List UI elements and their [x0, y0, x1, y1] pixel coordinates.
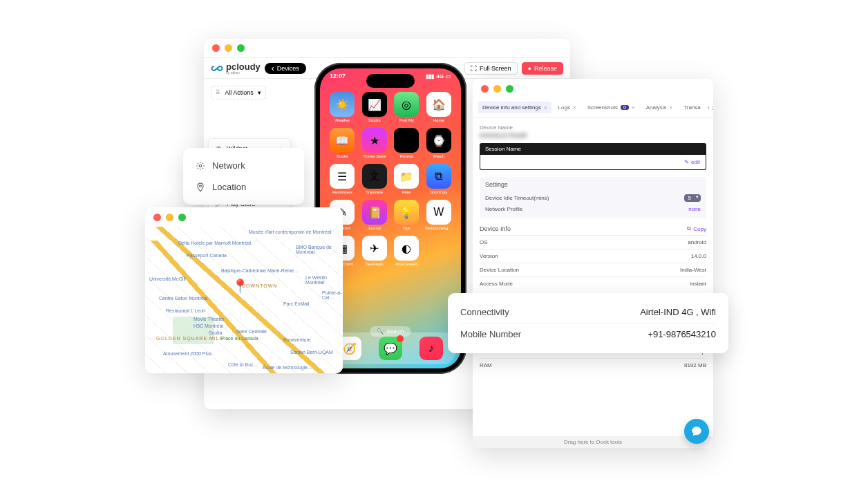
- signal-icon: ▮▮▮: [426, 73, 434, 79]
- row-key: Version: [480, 253, 498, 259]
- app-anyconnect[interactable]: ◐AnyConnect: [393, 236, 421, 266]
- app-testflight[interactable]: ✈TestFlight: [361, 236, 389, 266]
- app-shortcuts[interactable]: ⧉Shortcuts: [425, 164, 453, 194]
- map-label: Côte to Boz…: [228, 362, 258, 367]
- close-icon[interactable]: ×: [573, 104, 576, 111]
- connectivity-label: Connectivity: [460, 307, 509, 317]
- app-translate[interactable]: 文Translate: [361, 164, 389, 194]
- tab-transactions[interactable]: Transa: [679, 102, 705, 113]
- app-journal[interactable]: 📔Journal: [361, 200, 389, 230]
- map-label: Bonaventure: [283, 337, 311, 342]
- devices-back-chip[interactable]: Devices: [265, 63, 306, 74]
- row-key: Device Location: [480, 267, 519, 273]
- chat-icon: [690, 425, 703, 438]
- app-weather[interactable]: ☀️Weather: [328, 92, 357, 122]
- map-label: Restaurant L'Leon: [166, 308, 205, 313]
- minimize-dot[interactable]: [493, 85, 501, 93]
- map-label: Pointe-à-Cal…: [322, 290, 343, 300]
- tabs-menu-icon[interactable]: ≡: [712, 104, 713, 112]
- app-reminders[interactable]: ☰Reminders: [328, 164, 357, 194]
- battery-icon: ▭: [446, 73, 451, 79]
- chevron-down-icon: ▾: [258, 89, 261, 96]
- release-button[interactable]: ●Release: [522, 62, 563, 75]
- row-val: 14.0.0: [691, 253, 706, 259]
- screenshots-count-badge: 0: [621, 105, 629, 110]
- maximize-dot[interactable]: [506, 85, 513, 93]
- map-label: Amusement 2000 Plus: [163, 351, 211, 356]
- idle-timeout-label: Device Idle Timeout(mins): [485, 195, 549, 201]
- svg-point-1: [200, 185, 202, 187]
- home-dock: 🧭 💬 ♪: [326, 332, 455, 364]
- popover-item-location[interactable]: Location: [183, 176, 304, 198]
- edit-session-link[interactable]: ✎edit: [684, 159, 700, 165]
- close-dot[interactable]: [212, 44, 220, 52]
- row-key: Access Mode: [480, 281, 513, 287]
- close-icon[interactable]: ×: [544, 104, 547, 111]
- app-webdrive[interactable]: WWebDriveAge…: [425, 200, 453, 230]
- power-icon: ●: [528, 65, 531, 72]
- tab-analysis[interactable]: Analysis×: [642, 102, 677, 113]
- map-label: GOLDEN SQUARE MILE: [156, 336, 223, 341]
- app-watch[interactable]: ⌚Watch: [425, 128, 453, 158]
- minimize-dot[interactable]: [225, 44, 232, 52]
- row-val: India-West: [680, 267, 706, 273]
- minimize-dot[interactable]: [166, 214, 173, 221]
- map-label: Parc ExMall: [283, 301, 309, 306]
- info-titlebar: [473, 79, 713, 98]
- map-label: Gare Centrale: [236, 329, 267, 334]
- device-name-label: Device Name: [480, 124, 706, 131]
- close-icon[interactable]: ×: [669, 104, 672, 111]
- mobile-number-value: +91-9876543210: [648, 329, 716, 339]
- map-label: Place du Canada: [221, 336, 258, 341]
- svg-point-0: [199, 165, 202, 167]
- map-label: Station Berri-UQAM: [290, 350, 333, 355]
- close-icon[interactable]: ×: [632, 104, 635, 111]
- pencil-icon: ✎: [684, 159, 689, 165]
- app-home[interactable]: 🏠Home: [425, 92, 453, 122]
- chat-fab[interactable]: [684, 419, 709, 444]
- tabs-scroll-right[interactable]: ›: [708, 104, 710, 111]
- dock-messages[interactable]: 💬: [379, 337, 402, 360]
- idle-timeout-select[interactable]: 5: [684, 194, 701, 202]
- row-val: android: [688, 239, 706, 245]
- app-books[interactable]: 📖Books: [328, 128, 357, 158]
- network-profile-label: Network Profile: [485, 206, 522, 212]
- settings-title: Settings: [485, 181, 701, 188]
- status-time: 12:07: [330, 73, 346, 79]
- status-bar: 12:07 ▮▮▮4G▭: [320, 73, 461, 79]
- tab-logs[interactable]: Logs×: [554, 102, 581, 113]
- app-tips[interactable]: 💡Tips: [393, 200, 421, 230]
- network-icon: [196, 161, 205, 171]
- copy-device-info[interactable]: ⧉Copy: [687, 225, 706, 232]
- connectivity-overlay: Connectivity Airtel-IND 4G , Wifi Mobile…: [448, 293, 728, 353]
- main-titlebar: [204, 39, 570, 58]
- all-actions-dropdown[interactable]: ⠿ All Actions ▾: [211, 86, 266, 100]
- network-type: 4G: [436, 73, 444, 79]
- app-files[interactable]: 📁Files: [393, 164, 421, 194]
- network-profile-value[interactable]: none: [688, 206, 701, 212]
- session-name-box: ✎edit: [480, 155, 706, 170]
- row-key: RAM: [480, 362, 492, 368]
- info-tabs: Device info and settings× Logs× Screensh…: [473, 98, 713, 118]
- row-val: Instant: [690, 281, 706, 287]
- map-label: Scotia: [209, 330, 222, 335]
- tab-device-info[interactable]: Device info and settings×: [478, 102, 551, 113]
- map-canvas[interactable]: Université McGill DOWNTOWN GOLDEN SQUARE…: [145, 227, 343, 373]
- logo-text: pcloudy: [226, 62, 261, 71]
- dock-hint[interactable]: Drag here to Dock tools: [473, 436, 713, 448]
- tab-screenshots[interactable]: Screenshots0×: [583, 102, 639, 113]
- close-dot[interactable]: [481, 85, 489, 93]
- app-find-my[interactable]: ◎Find My: [393, 92, 421, 122]
- infinity-icon: [211, 62, 223, 75]
- app-itunes-store[interactable]: ★iTunes Store: [361, 128, 389, 158]
- dock-music[interactable]: ♪: [419, 337, 443, 360]
- app-fitness[interactable]: ◉Fitness: [393, 128, 421, 158]
- fullscreen-button[interactable]: ⛶Full Screen: [464, 62, 518, 75]
- maximize-dot[interactable]: [237, 44, 245, 52]
- close-dot[interactable]: [153, 214, 161, 221]
- pcloudy-logo: pcloudy by opkey: [211, 62, 261, 75]
- maximize-dot[interactable]: [178, 214, 186, 221]
- app-stocks[interactable]: 📈Stocks: [361, 92, 389, 122]
- info-window: Device info and settings× Logs× Screensh…: [473, 79, 713, 448]
- popover-item-network[interactable]: Network: [183, 155, 304, 176]
